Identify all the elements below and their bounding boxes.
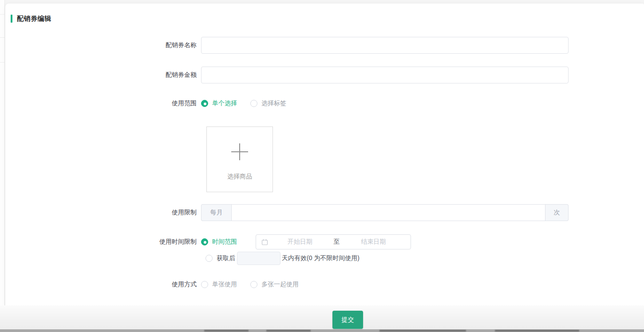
date-range-picker[interactable]: 开始日期 至 结束日期 bbox=[256, 234, 411, 249]
start-date-placeholder: 开始日期 bbox=[268, 238, 332, 246]
radio-single-select[interactable]: 单个选择 bbox=[201, 99, 237, 107]
radio-unchecked-icon bbox=[250, 281, 257, 288]
radio-single-use[interactable]: 单张使用 bbox=[201, 281, 237, 289]
select-product-text: 选择商品 bbox=[227, 173, 252, 181]
radio-label: 选择标签 bbox=[261, 99, 286, 107]
sidebar-divider bbox=[0, 14, 4, 15]
radio-label: 多张一起使用 bbox=[261, 281, 299, 289]
time-limit-row: 使用时间限制 时间范围 开始日期 至 结束日期 bbox=[5, 234, 411, 249]
usage-limit-row: 使用限制 每月 次 bbox=[5, 204, 569, 221]
radio-time-range[interactable]: 时间范围 bbox=[201, 238, 237, 246]
coupon-name-row: 配销券名称 bbox=[5, 37, 569, 54]
coupon-amount-row: 配销券金额 bbox=[5, 67, 569, 83]
valid-days-suffix: 天内有效(0 为不限时间使用) bbox=[282, 254, 360, 262]
radio-unchecked-icon bbox=[205, 255, 213, 262]
plus-icon bbox=[230, 142, 249, 161]
radio-valid-days[interactable] bbox=[205, 255, 213, 262]
usage-limit-label: 使用限制 bbox=[5, 209, 201, 217]
smudge bbox=[495, 330, 579, 332]
collapsed-sidebar-edge[interactable] bbox=[0, 0, 5, 332]
usage-limit-input[interactable] bbox=[231, 204, 545, 221]
coupon-edit-page: 配销券编辑 配销券名称 配销券金额 使用范围 单个选择 选择标签 bbox=[0, 0, 644, 332]
radio-label: 时间范围 bbox=[212, 238, 237, 246]
coupon-name-input[interactable] bbox=[201, 37, 569, 54]
title-accent-bar bbox=[11, 15, 12, 23]
page-title: 配销券编辑 bbox=[11, 14, 51, 23]
valid-days-input[interactable] bbox=[237, 252, 281, 265]
usage-mode-label: 使用方式 bbox=[5, 281, 201, 289]
submit-button[interactable]: 提交 bbox=[332, 311, 363, 329]
usage-scope-label: 使用范围 bbox=[5, 99, 201, 107]
page-title-text: 配销券编辑 bbox=[17, 15, 51, 23]
radio-label: 单个选择 bbox=[212, 99, 237, 107]
smudge bbox=[266, 330, 311, 332]
radio-checked-icon bbox=[201, 238, 208, 245]
coupon-amount-input[interactable] bbox=[201, 67, 569, 83]
radio-unchecked-icon bbox=[250, 100, 257, 107]
usage-scope-row: 使用范围 单个选择 选择标签 bbox=[5, 99, 286, 108]
radio-label: 单张使用 bbox=[212, 281, 237, 289]
time-limit-label: 使用时间限制 bbox=[5, 238, 201, 246]
content-card: 配销券编辑 配销券名称 配销券金额 使用范围 单个选择 选择标签 bbox=[5, 4, 644, 307]
radio-checked-icon bbox=[201, 100, 208, 107]
date-range-separator: 至 bbox=[332, 238, 342, 246]
footer-band bbox=[0, 305, 644, 332]
radio-select-tag[interactable]: 选择标签 bbox=[250, 99, 286, 107]
usage-limit-input-group: 每月 次 bbox=[201, 204, 569, 221]
input-prepend-monthly: 每月 bbox=[201, 204, 231, 221]
valid-days-prefix: 获取后 bbox=[217, 254, 235, 262]
end-date-placeholder: 结束日期 bbox=[342, 238, 406, 246]
valid-days-row: 获取后 天内有效(0 为不限时间使用) bbox=[5, 252, 360, 265]
radio-multi-use[interactable]: 多张一起使用 bbox=[250, 281, 299, 289]
coupon-name-label: 配销券名称 bbox=[5, 41, 201, 49]
smudge bbox=[204, 330, 249, 332]
calendar-icon bbox=[261, 239, 268, 245]
coupon-amount-label: 配销券金额 bbox=[5, 71, 201, 79]
input-append-times: 次 bbox=[545, 204, 569, 221]
radio-unchecked-icon bbox=[201, 281, 208, 288]
footer-smudge-strip bbox=[0, 329, 644, 332]
sidebar-divider bbox=[0, 37, 4, 38]
usage-mode-row: 使用方式 单张使用 多张一起使用 bbox=[5, 280, 299, 289]
smudge bbox=[379, 330, 466, 332]
sidebar-divider bbox=[0, 62, 4, 63]
select-product-box[interactable]: 选择商品 bbox=[206, 126, 273, 192]
